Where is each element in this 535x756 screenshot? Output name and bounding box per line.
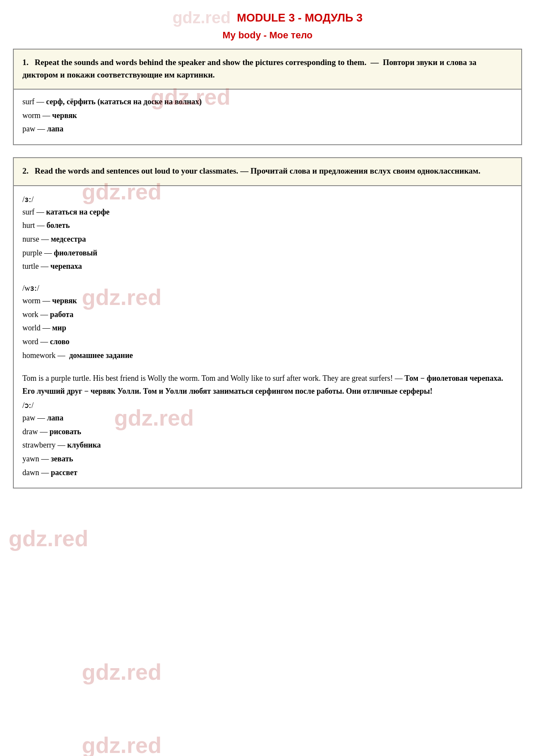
sentence-block: Tom is a purple turtle. His best friend …	[22, 372, 513, 398]
vocab-paw-2: paw — лапа	[22, 412, 513, 425]
exercise-2-text-ru: Прочитай слова и предложения вслух своим…	[251, 166, 481, 175]
page-container: gdz.red gdz.red gdz.red gdz.red gdz.red …	[0, 0, 535, 756]
vocab-homework: homework — домашнее задание	[22, 349, 513, 362]
vocab-strawberry: strawberry — клубника	[22, 439, 513, 452]
watermark-5: gdz.red	[9, 526, 88, 551]
vocab-draw: draw — рисовать	[22, 426, 513, 439]
vocab-nurse: nurse — медсестра	[22, 233, 513, 246]
vocab-turtle: turtle — черепаха	[22, 260, 513, 273]
vocab-world: world — мир	[22, 322, 513, 335]
exercise-1-content: surf — серф, сёрфить (кататься на доске …	[13, 90, 522, 145]
exercise-1-box: 1. Repeat the sounds and words behind th…	[13, 49, 522, 90]
phoneme-section-2: /wɜː/ worm — червяк work — работа world …	[22, 283, 513, 362]
vocab-line-surf-1: surf — серф, сёрфить (кататься на доске …	[22, 96, 513, 109]
site-logo: gdz.red	[172, 9, 230, 27]
phoneme-label-2: /wɜː/	[22, 283, 513, 293]
exercise-2-box: 2. Read the words and sentences out loud…	[13, 157, 522, 186]
phoneme-label-1: /ɜː/	[22, 195, 513, 204]
exercise-2-title: 2. Read the words and sentences out loud…	[22, 165, 513, 177]
exercise-1-text-en: Repeat the sounds and words behind the s…	[35, 58, 367, 67]
exercise-1-number: 1.	[22, 58, 28, 67]
module-title: MODULE 3 - МОДУЛЬ 3	[237, 11, 363, 25]
vocab-yawn: yawn — зевать	[22, 453, 513, 466]
page-header: gdz.red MODULE 3 - МОДУЛЬ 3 My body - Мо…	[13, 9, 522, 41]
phoneme-section-1: /ɜː/ surf — кататься на серфе hurt — бол…	[22, 195, 513, 273]
vocab-worm-2: worm — червяк	[22, 295, 513, 308]
exercise-1-title: 1. Repeat the sounds and words behind th…	[22, 56, 513, 81]
vocab-word: word — слово	[22, 336, 513, 348]
vocab-line-paw-1: paw — лапа	[22, 123, 513, 136]
vocab-line-worm-1: worm — червяк	[22, 109, 513, 122]
page-subtitle: My body - Мое тело	[13, 30, 522, 41]
vocab-hurt: hurt — болеть	[22, 219, 513, 232]
exercise-2-number: 2.	[22, 166, 28, 175]
exercise-2-content: /ɜː/ surf — кататься на серфе hurt — бол…	[13, 186, 522, 489]
vocab-work: work — работа	[22, 308, 513, 321]
phoneme-section-3: /ɔː/ paw — лапа draw — рисовать strawber…	[22, 401, 513, 479]
vocab-dawn: dawn — рассвет	[22, 467, 513, 479]
vocab-purple: purple — фиолетовый	[22, 247, 513, 260]
exercise-2-text-en: Read the words and sentences out loud to…	[35, 166, 239, 175]
vocab-surf-2: surf — кататься на серфе	[22, 206, 513, 219]
phoneme-label-3: /ɔː/	[22, 401, 513, 410]
watermark-7: gdz.red	[82, 732, 162, 756]
watermark-6: gdz.red	[82, 659, 162, 685]
